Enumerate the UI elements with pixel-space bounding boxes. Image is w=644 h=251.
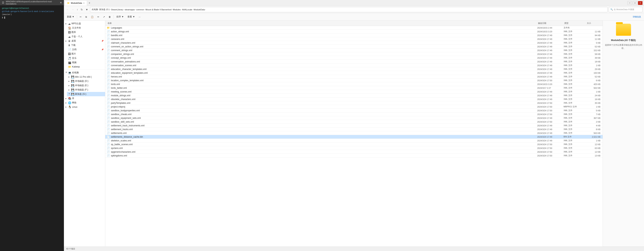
table-row[interactable]: 📄 education_character_templates.xml 2024…: [105, 67, 603, 71]
sort-button[interactable]: 排序 ▼: [115, 14, 125, 19]
table-row[interactable]: 📄 companion_strings.xml 2024/3/24 17:49 …: [105, 52, 603, 56]
table-row[interactable]: 📄 conversation_animations.xml 2024/3/24 …: [105, 60, 603, 64]
delete-button[interactable]: 🗑: [107, 15, 112, 19]
breadcrumb-item-2[interactable]: SteamLibrary: [111, 8, 123, 11]
sidebar-item-drive-e[interactable]: ▶ 💾 本地磁盘 (E:): [67, 83, 105, 88]
table-row[interactable]: 📄 sandbox_equipment_sets.xml 2024/3/24 1…: [105, 116, 603, 120]
table-row[interactable]: 📄 sandbox_skill_sets.xml 2024/3/24 17:50…: [105, 120, 603, 124]
table-row[interactable]: 📄 sp_battle_scenes.xml 2024/3/24 17:50 X…: [105, 142, 603, 146]
column-header-name[interactable]: 名称: [107, 22, 537, 25]
sidebar-item-library[interactable]: ▶ 📚 库: [64, 96, 105, 100]
table-row[interactable]: 📄 concept_strings.xml 2024/3/24 17:49 XM…: [105, 56, 603, 60]
table-row[interactable]: 📄 module_strings.xml 2024/3/24 17:49 XML…: [105, 94, 603, 98]
sidebar-item-video[interactable]: ▶ 🎬 视频: [64, 60, 105, 65]
breadcrumb-item-1[interactable]: 新加盘 (G:): [99, 8, 110, 11]
table-row[interactable]: 📄 skeleton_scales.xml 2024/3/24 17:49 XM…: [105, 139, 603, 142]
sidebar-item-music[interactable]: ▶ 🎵 音乐: [64, 56, 105, 60]
tab-close-button[interactable]: ✕: [83, 2, 84, 4]
table-row[interactable]: 📄 spgenericcharacters.xml 2024/3/24 17:5…: [105, 150, 603, 154]
explorer-tab[interactable]: 📁 ModuleData ✕: [65, 0, 87, 6]
sidebar-item-gallery[interactable]: ▶ 🖼 图库: [64, 30, 105, 34]
table-row[interactable]: 📄 settlements.xml 2024/3/24 17:49 XML 文件…: [105, 131, 603, 135]
sidebar-item-drive-g[interactable]: ▶ 💾 新加盘 (G:): [67, 92, 105, 96]
search-box[interactable]: 🔍 在 ModuleData 中搜索: [609, 7, 642, 12]
view-button[interactable]: 查看 ▼: [126, 14, 136, 19]
sidebar-item-drive-f[interactable]: ▶ 💾 本地磁盘 (F:): [67, 88, 105, 92]
breadcrumb-item-3[interactable]: steamapps: [125, 8, 135, 11]
sidebar-item-desktop[interactable]: ▶ 🖥 桌面 📌: [64, 39, 105, 43]
table-row[interactable]: 📄 action_strings.xml 2024/10/15 3:20 XML…: [105, 30, 603, 34]
table-row[interactable]: 📄 lords_better.xml 2024/3/17 2:27 XML 文件…: [105, 86, 603, 90]
more-button[interactable]: ···: [137, 15, 142, 19]
file-icon: 📄: [107, 72, 110, 74]
table-row[interactable]: 📄 spclans.xml 2024/3/24 17:50 XML 文件 63 …: [105, 146, 603, 150]
sidebar-item-win11[interactable]: ▶ 💾 Win 11 Pro x64 (: [67, 75, 105, 79]
refresh-button[interactable]: ↻: [80, 8, 84, 12]
table-row[interactable]: 📄 lords.xml 2024/10/15 3:20 XML 文件 425 K…: [105, 82, 603, 86]
sidebar-item-network[interactable]: ▶ 🌐 网络: [64, 100, 105, 105]
terminal-titlebar: ☰ MINGW64:/d/Workspace/Locales/bannerlor…: [0, 0, 64, 5]
table-row[interactable]: 📄 meeting_scenes.xml 2024/3/24 17:49 XML…: [105, 90, 603, 94]
table-row[interactable]: 📄 location_complex_templates.xml 2024/3/…: [105, 78, 603, 82]
breadcrumb-item-4[interactable]: common: [136, 8, 144, 11]
column-header-size[interactable]: 大小: [586, 22, 601, 25]
new-tab-button[interactable]: +: [87, 0, 92, 6]
sidebar-item-pictures[interactable]: ▶ 🖼 图片: [64, 52, 105, 56]
sidebar-item-kabeep[interactable]: ▶ 📁 Kabeep: [64, 65, 105, 69]
paste-button[interactable]: 📋: [89, 15, 95, 19]
table-row[interactable]: 📄 sandbox_cheats.xml 2024/3/24 17:50 XML…: [105, 112, 603, 116]
breadcrumb-item-6[interactable]: Modules: [173, 8, 181, 11]
table-row[interactable]: 📄 heroes.xml 2024/3/24 17:49 XML 文件 52 K…: [105, 75, 603, 78]
cut-button[interactable]: ✂: [78, 15, 83, 19]
table-row[interactable]: 📄 comment_on_action_strings.xml 2024/3/2…: [105, 45, 603, 48]
breadcrumb-item-8[interactable]: ModuleData: [194, 8, 205, 11]
breadcrumb-item-7[interactable]: AAALocale: [182, 8, 192, 11]
column-header-type[interactable]: 类型: [564, 22, 586, 25]
table-row[interactable]: 📄 spkingdoms.xml 2024/3/24 17:50 XML 文件 …: [105, 154, 603, 158]
maximize-button[interactable]: □: [633, 1, 637, 5]
terminal-body[interactable]: gengark@GengarkChannel github:gengark/ba…: [0, 5, 64, 251]
forward-button[interactable]: →: [71, 8, 75, 12]
breadcrumb-item-5[interactable]: Mount & Blade II Bannerlord: [146, 8, 172, 11]
table-row[interactable]: 📄 partyTemplates.xml 2024/3/24 17:50 XML…: [105, 101, 603, 105]
sidebar-item-wps[interactable]: ▶ ☁ WPS云盘: [64, 22, 105, 26]
share-button[interactable]: ↗: [102, 15, 106, 19]
table-row[interactable]: 📄 settlement_track_instruments.xml 2024/…: [105, 124, 603, 128]
column-header-modified[interactable]: 修改日期: [537, 22, 564, 25]
up-button[interactable]: ↑: [76, 8, 79, 12]
sidebar-item-linux[interactable]: ▶ 🐧 Linux: [64, 105, 105, 109]
table-row[interactable]: 📄 conversation_scenes.xml 2024/3/24 17:4…: [105, 64, 603, 67]
file-date: 2024/3/24 17:49: [537, 34, 564, 36]
breadcrumb-item-0[interactable]: 此电脑: [92, 8, 98, 11]
back-button[interactable]: ←: [66, 8, 70, 12]
file-date: 2024/3/24 17:49: [537, 117, 564, 119]
sidebar-item-cloud-personal[interactable]: ▶ ☁ 子盘 - 个人: [64, 34, 105, 39]
table-row[interactable]: 📄 bandits.xml 2024/3/24 17:49 XML 文件 94 …: [105, 34, 603, 37]
terminal-prompt: $: [2, 16, 3, 19]
table-row[interactable]: 📄 comment_strings.xml 2024/3/24 17:49 XM…: [105, 48, 603, 52]
sidebar-item-home[interactable]: ▶ 🏠 主文件夹: [64, 26, 105, 30]
table-row[interactable]: 📁 Languages 2024/10/15 2:44 文件夹: [105, 26, 603, 30]
table-row[interactable]: 📄 project.mbproj 2024/3/24 17:50 MBPROJ …: [105, 105, 603, 109]
minimize-button[interactable]: ─: [628, 1, 632, 5]
hamburger-icon[interactable]: ☰: [2, 1, 4, 4]
sidebar-item-documents[interactable]: ▶ 📄 文档 📌: [64, 48, 105, 52]
rename-button[interactable]: ✏: [96, 15, 101, 19]
terminal-close-button[interactable]: ✕: [60, 1, 62, 4]
close-button[interactable]: ✕: [638, 1, 642, 5]
detail-view-button[interactable]: 详细信息: [631, 15, 642, 19]
path-dropdown-button[interactable]: ▼: [85, 8, 89, 12]
sidebar-item-thispc[interactable]: ▶ 💻 此电脑: [64, 70, 105, 75]
copy-button[interactable]: ⧉: [84, 15, 88, 19]
table-row[interactable]: 📄 settlement_tracks.xml 2024/3/24 17:49 …: [105, 128, 603, 131]
table-row[interactable]: 📄 obsolete_characters.xml 2024/3/24 17:4…: [105, 98, 603, 101]
document-icon: 📄: [68, 48, 71, 51]
sidebar-item-downloads[interactable]: ▶ ⬇ 下载: [64, 43, 105, 48]
table-row[interactable]: 📄 sandbox_bodyproperties.xml 2024/3/24 1…: [105, 109, 603, 112]
new-button[interactable]: 新建 ▼: [66, 14, 76, 19]
table-row[interactable]: 📄 caravans.xml 2024/3/24 17:49 XML 文件 11…: [105, 37, 603, 41]
table-row[interactable]: 📄 settlements_distance_cache.bin 2024/3/…: [105, 135, 603, 139]
table-row[interactable]: 📄 education_equipment_templates.xml 2024…: [105, 71, 603, 75]
sidebar-item-drive-d[interactable]: ▶ 💾 本地磁盘 (D:): [67, 79, 105, 83]
table-row[interactable]: 📄 claimant_characters.xml 2024/3/24 17:4…: [105, 41, 603, 45]
